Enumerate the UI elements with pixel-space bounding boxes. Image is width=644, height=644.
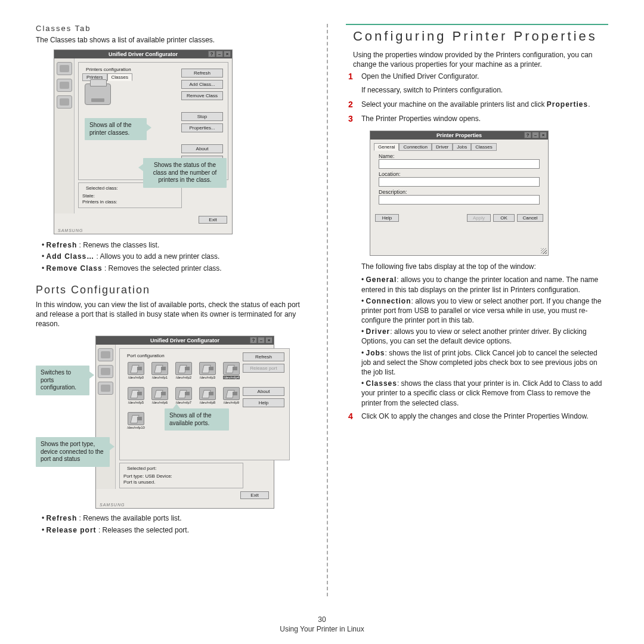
help-icon[interactable]: ? — [208, 51, 215, 57]
help-button[interactable]: Help — [375, 214, 399, 222]
classes-tab-heading: Classes Tab — [36, 24, 309, 33]
tab-connection[interactable]: Connection — [399, 143, 431, 151]
description-input[interactable] — [379, 195, 540, 205]
description-label: Description: — [379, 189, 540, 195]
term-addclass: Add Class… — [47, 252, 95, 261]
port-item[interactable]: /dev/mfp0 — [126, 362, 146, 385]
stop-button[interactable]: Stop — [181, 112, 223, 121]
tab-classes[interactable]: Classes — [107, 73, 132, 81]
window-titlebar: Printer Properties ? – × — [370, 131, 548, 140]
tab-driver[interactable]: Driver — [432, 143, 453, 151]
port-item[interactable]: /dev/mfp9 — [221, 387, 242, 410]
page-number: 30 — [0, 615, 644, 624]
location-input[interactable] — [379, 177, 540, 187]
apply-button[interactable]: Apply — [467, 214, 491, 222]
chapter-title: Using Your Printer in Linux — [280, 625, 364, 633]
callout-port-info: Shows the port type, device connected to… — [36, 437, 110, 467]
cancel-button[interactable]: Cancel — [517, 214, 543, 222]
port-type-line: Port type: USB Device: — [123, 473, 239, 479]
tab-general[interactable]: General — [374, 143, 399, 151]
step2-text: Select your machine on the available pri… — [361, 100, 590, 109]
port-icon — [175, 387, 192, 400]
ports-intro: In this window, you can view the list of… — [36, 300, 309, 329]
ok-button[interactable]: OK — [493, 214, 515, 222]
about-button[interactable]: About — [243, 387, 284, 396]
port-item[interactable]: /dev/mfp1 — [150, 362, 170, 385]
minimize-icon[interactable]: – — [216, 51, 223, 57]
tab-jobs[interactable]: Jobs — [453, 143, 471, 151]
selected-class-legend: Selected class: — [85, 185, 119, 191]
fieldset-legend: Printers configuration — [85, 67, 132, 72]
printers-mode-icon[interactable] — [98, 348, 113, 361]
step3-text: The Printer Properties window opens. — [361, 114, 481, 123]
term-refresh: Refresh — [47, 241, 78, 249]
add-class-button[interactable]: Add Class... — [181, 80, 223, 89]
port-item[interactable]: /dev/mfp5 — [126, 387, 146, 410]
exit-button[interactable]: Exit — [199, 216, 227, 224]
refresh-button[interactable]: Refresh — [243, 352, 284, 361]
callout-all-classes: Shows all of the printer classes. — [85, 118, 147, 140]
close-icon[interactable]: × — [224, 51, 231, 57]
close-icon[interactable]: × — [540, 132, 547, 138]
printers-mode-icon[interactable] — [57, 62, 72, 75]
minimize-icon[interactable]: – — [258, 337, 265, 343]
brand-label: SAMSUNG — [58, 228, 83, 233]
ports-mode-icon[interactable] — [57, 95, 72, 109]
port-item[interactable]: /dev/mfp3 — [197, 362, 218, 385]
port-item[interactable]: /dev/mfp8 — [197, 387, 218, 410]
port-item[interactable]: /dev/mfp10 — [126, 412, 146, 435]
release-port-button[interactable]: Release port — [243, 364, 284, 373]
ports-mode-icon[interactable] — [98, 382, 113, 395]
port-status-line: Port is unused. — [123, 479, 239, 485]
port-item[interactable]: /dev/mfp4 — [221, 362, 242, 385]
window-titlebar: Unified Driver Configurator ? – × — [96, 336, 274, 345]
tab-classes[interactable]: Classes — [471, 143, 496, 151]
about-button[interactable]: About — [181, 144, 223, 153]
help-icon[interactable]: ? — [524, 132, 531, 138]
step-number: 4 — [348, 411, 357, 423]
column-divider — [327, 24, 328, 596]
refresh-button[interactable]: Refresh — [181, 69, 223, 78]
port-item[interactable]: /dev/mfp2 — [174, 362, 194, 385]
callout-class-status: Shows the status of the class and the nu… — [143, 158, 227, 188]
scanners-mode-icon[interactable] — [57, 79, 72, 92]
step1-text: Open the Unified Driver Configurator. — [361, 72, 503, 81]
callout-available-ports: Shows all of the available ports. — [165, 408, 229, 431]
help-icon[interactable]: ? — [250, 337, 257, 343]
properties-button[interactable]: Properties... — [181, 123, 223, 132]
ports-bullet-list: Refresh : Renews the available ports lis… — [42, 513, 309, 534]
ports-heading: Ports Configuration — [36, 284, 309, 296]
port-icon — [223, 387, 240, 400]
close-icon[interactable]: × — [265, 337, 273, 343]
desc-addclass: : Allows you to add a new printer class. — [94, 252, 219, 261]
term-refresh-ports: Refresh — [47, 514, 78, 522]
brand-label: SAMSUNG — [100, 503, 125, 507]
step-number: 1 — [348, 72, 357, 97]
resize-grip-icon[interactable] — [541, 248, 547, 254]
port-icon — [128, 362, 144, 375]
step-number: 2 — [348, 100, 357, 112]
tabs-intro: The following five tabs display at the t… — [361, 262, 608, 271]
tabs-description-list: General: allows you to change the printe… — [361, 275, 608, 407]
desc-release-port: : Releases the selected port. — [97, 526, 189, 534]
tab-description-item: General: allows you to change the printe… — [361, 275, 608, 294]
state-label: State: — [82, 193, 178, 199]
tab-description-item: Jobs: shows the list of print jobs. Clic… — [361, 348, 608, 377]
name-input[interactable] — [379, 159, 540, 169]
scanners-mode-icon[interactable] — [98, 365, 113, 378]
window-titlebar: Unified Driver Configurator ? – × — [54, 50, 232, 58]
help-button[interactable]: Help — [243, 398, 284, 407]
port-icon — [151, 387, 168, 400]
tab-description-item: Connection: allows you to view or select… — [361, 296, 608, 326]
desc-refresh: : Renews the classes list. — [77, 241, 159, 249]
callout-switch-ports: Switches to ports configuration. — [36, 366, 89, 395]
port-icon — [128, 412, 144, 425]
exit-button[interactable]: Exit — [240, 491, 269, 499]
printer-class-icon[interactable] — [85, 83, 111, 105]
page-footer: 30 Using Your Printer in Linux — [0, 615, 644, 633]
minimize-icon[interactable]: – — [532, 132, 539, 138]
port-icon — [199, 362, 216, 375]
port-item[interactable]: /dev/mfp6 — [150, 387, 170, 410]
remove-class-button[interactable]: Remove Class — [181, 91, 223, 100]
fieldset-legend: Port configuration — [126, 353, 166, 358]
